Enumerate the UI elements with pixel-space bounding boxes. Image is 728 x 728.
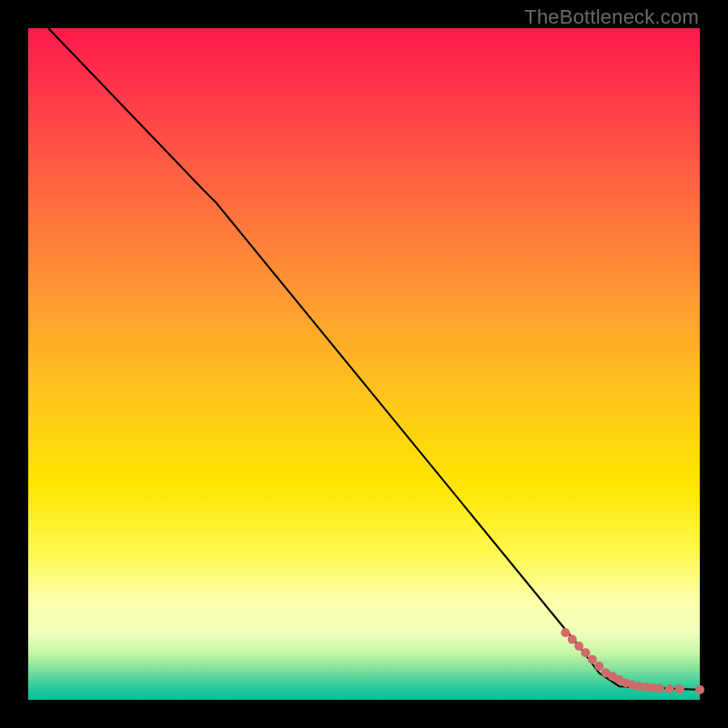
scatter-point <box>675 684 684 693</box>
scatter-point <box>588 655 597 664</box>
chart-overlay-svg <box>28 28 700 700</box>
watermark-label: TheBottleneck.com <box>524 5 699 29</box>
scatter-point <box>665 684 674 693</box>
scatter-point <box>695 685 704 694</box>
scatter-points <box>561 628 704 694</box>
scatter-point <box>655 684 664 693</box>
curve-line <box>48 28 700 690</box>
chart-frame: TheBottleneck.com <box>0 0 728 728</box>
scatter-point <box>594 662 603 671</box>
scatter-point <box>561 628 570 637</box>
scatter-point <box>568 635 577 644</box>
scatter-point <box>581 648 591 657</box>
scatter-point <box>574 642 583 651</box>
